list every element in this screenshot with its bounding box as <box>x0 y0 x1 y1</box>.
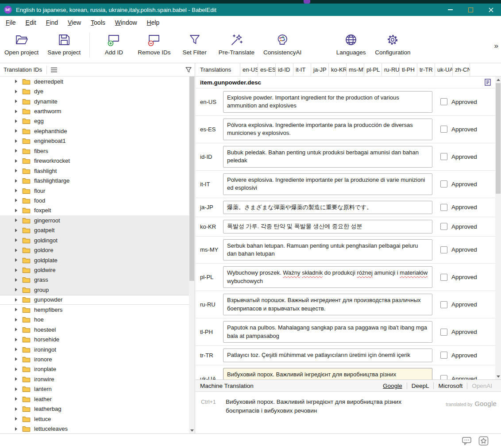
language-tab[interactable]: uk-UA <box>435 63 452 76</box>
tree-item[interactable]: ironplate <box>0 364 189 374</box>
expand-arrow-icon[interactable] <box>15 229 17 232</box>
expand-arrow-icon[interactable] <box>15 249 17 252</box>
mt-provider-microsoft[interactable]: Microsoft <box>433 383 467 389</box>
approved-checkbox[interactable] <box>440 274 447 281</box>
tree-item[interactable]: ironore <box>0 354 189 364</box>
language-tab[interactable]: zh-CN <box>452 63 470 76</box>
close-button[interactable] <box>481 4 501 16</box>
maximize-button[interactable] <box>460 4 481 16</box>
expand-arrow-icon[interactable] <box>15 90 17 93</box>
remove-ids-button[interactable]: Remove IDs <box>133 29 175 57</box>
open-project-button[interactable]: Open project <box>0 29 43 57</box>
language-tab[interactable]: ms-MY <box>346 63 364 76</box>
mt-provider-deepl[interactable]: DeepL <box>407 383 434 389</box>
translations-scrollbar-thumb[interactable] <box>496 83 501 194</box>
approved-checkbox[interactable] <box>440 98 447 105</box>
tree-item[interactable]: engineboat1 <box>0 136 189 146</box>
tree-item[interactable]: deerredpelt <box>0 77 189 86</box>
tree-item[interactable]: food <box>0 195 189 205</box>
expand-arrow-icon[interactable] <box>15 139 17 143</box>
approved-checkbox[interactable] <box>440 301 447 308</box>
approved-checkbox[interactable] <box>440 153 447 160</box>
id-filter-icon[interactable] <box>185 66 192 73</box>
tree-item[interactable]: lettuce <box>0 414 189 424</box>
mt-suggestion-text[interactable]: Вибуховий порох. Важливий інгредієнт для… <box>226 398 434 416</box>
translation-text-input[interactable]: Polvere esplosiva. Ingrediente important… <box>223 173 432 195</box>
menu-item[interactable]: Window <box>110 17 142 28</box>
approved-checkbox[interactable] <box>440 223 447 230</box>
expand-arrow-icon[interactable] <box>15 119 17 123</box>
consistency-ai-button[interactable]: ConsistencyAI <box>259 29 306 57</box>
expand-arrow-icon[interactable] <box>15 318 17 322</box>
expand-arrow-icon[interactable] <box>15 218 17 222</box>
language-tab[interactable]: ko-KR <box>328 63 346 76</box>
tree-item[interactable]: egg <box>0 116 189 126</box>
translation-text-input[interactable]: Serbuk bahan letupan. Ramuan penting unt… <box>223 239 432 261</box>
approved-checkbox[interactable] <box>440 126 447 133</box>
approved-checkbox[interactable] <box>440 246 447 253</box>
expand-arrow-icon[interactable] <box>15 357 17 361</box>
translation-text-input[interactable]: Взрывчатый порошок. Важный ингредиент дл… <box>223 294 432 315</box>
translations-scroll-down-button[interactable] <box>495 373 501 379</box>
tree-item[interactable]: lettuceleaves <box>0 424 189 433</box>
tree-item[interactable]: dye <box>0 86 189 96</box>
language-tab[interactable]: pl-PL <box>364 63 382 76</box>
tree-item[interactable]: fibers <box>0 146 189 156</box>
expand-arrow-icon[interactable] <box>15 407 17 411</box>
expand-arrow-icon[interactable] <box>15 368 17 371</box>
list-menu-icon[interactable] <box>50 67 58 73</box>
language-tab[interactable]: ja-JP <box>311 63 328 76</box>
language-tab[interactable]: en-US <box>240 63 258 76</box>
approved-checkbox[interactable] <box>440 180 447 188</box>
tree-item[interactable]: goldwire <box>0 265 189 275</box>
feedback-icon[interactable] <box>462 436 472 446</box>
expand-arrow-icon[interactable] <box>15 288 17 291</box>
tree-item[interactable]: goldplate <box>0 255 189 265</box>
tree-item[interactable]: grass <box>0 275 189 285</box>
tree-item[interactable]: flashlightlarge <box>0 176 189 185</box>
expand-arrow-icon[interactable] <box>15 80 17 83</box>
translation-text-input[interactable]: Bubuk peledak. Bahan penting untuk produ… <box>223 146 432 168</box>
tree-item[interactable]: gingerroot <box>0 215 189 225</box>
expand-arrow-icon[interactable] <box>15 179 17 183</box>
expand-arrow-icon[interactable] <box>15 110 17 113</box>
pre-translate-button[interactable]: Pre-Translate <box>214 29 259 57</box>
tree-item[interactable]: goldingot <box>0 235 189 245</box>
translation-text-input[interactable]: Patlayıcı toz. Çeşitli mühimmat ve patla… <box>223 348 432 362</box>
tree-scroll-down-button[interactable] <box>189 427 195 433</box>
expand-arrow-icon[interactable] <box>15 278 17 282</box>
approved-checkbox[interactable] <box>440 352 447 359</box>
language-tab[interactable]: ru-RU <box>382 63 399 76</box>
translations-scroll-up-button[interactable] <box>495 77 501 83</box>
expand-arrow-icon[interactable] <box>15 387 17 391</box>
expand-arrow-icon[interactable] <box>15 268 17 272</box>
expand-arrow-icon[interactable] <box>15 159 17 163</box>
tree-item[interactable]: ironwire <box>0 374 189 384</box>
tree-item[interactable]: dynamite <box>0 96 189 106</box>
tree-item[interactable]: goatpelt <box>0 226 189 235</box>
language-tab[interactable]: tr-TR <box>417 63 435 76</box>
menu-item[interactable]: Help <box>142 17 165 28</box>
tree-item[interactable]: gunpowder <box>0 295 189 305</box>
notes-icon[interactable] <box>484 78 492 86</box>
tree-item[interactable]: horsehide <box>0 334 189 344</box>
translation-text-input[interactable]: 폭발성 가루. 각종 탄약 및 폭발물 생산에 중요한 성분 <box>223 220 432 233</box>
expand-arrow-icon[interactable] <box>15 397 17 401</box>
tree-item[interactable]: flour <box>0 186 189 195</box>
tree-item[interactable]: goldore <box>0 245 189 255</box>
expand-arrow-icon[interactable] <box>15 417 17 421</box>
language-tab[interactable]: es-ES <box>258 63 275 76</box>
add-id-button[interactable]: Add ID <box>94 29 133 57</box>
approved-checkbox[interactable] <box>440 329 447 336</box>
expand-arrow-icon[interactable] <box>15 238 17 242</box>
language-tab[interactable]: id-ID <box>275 63 293 76</box>
tree-item[interactable]: elephanthide <box>0 126 189 136</box>
translation-text-input[interactable]: Explosive powder. Important ingredient f… <box>223 91 432 113</box>
tree-item[interactable]: hoesteel <box>0 325 189 334</box>
expand-arrow-icon[interactable] <box>15 338 17 341</box>
toolbar-overflow-button[interactable]: » <box>494 42 498 50</box>
tree-item[interactable]: fireworkrocket <box>0 156 189 166</box>
menu-item[interactable]: File <box>1 17 21 28</box>
expand-arrow-icon[interactable] <box>15 298 17 302</box>
expand-arrow-icon[interactable] <box>15 149 17 153</box>
